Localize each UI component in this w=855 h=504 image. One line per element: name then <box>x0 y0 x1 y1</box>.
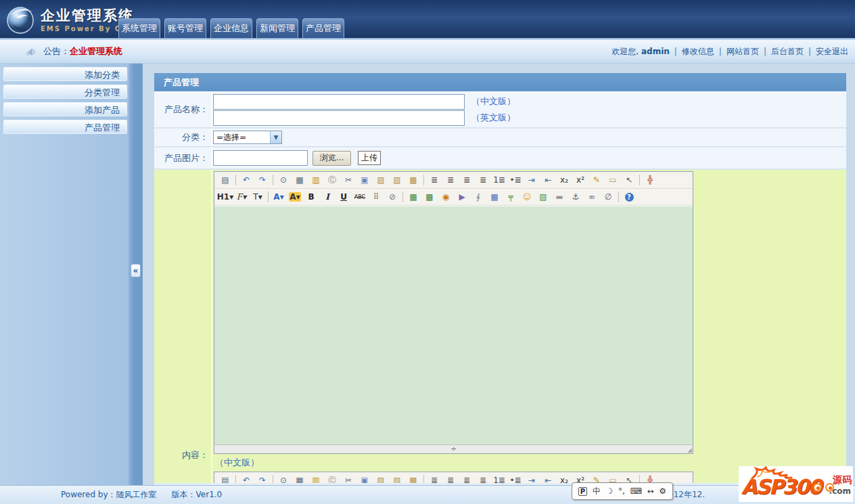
strikethrough-icon[interactable]: ABC <box>352 190 368 204</box>
fullscreen-icon[interactable]: ╬ <box>642 474 658 484</box>
ime-toolbox-icon[interactable]: ↔ <box>647 483 654 499</box>
print-icon[interactable]: ▦ <box>292 173 308 187</box>
help-icon[interactable]: ? <box>621 190 637 204</box>
ordered-list-icon[interactable]: 1≣ <box>491 173 507 187</box>
print-icon[interactable]: ▦ <box>292 474 308 484</box>
copy-icon[interactable]: ▣ <box>356 474 373 484</box>
ime-halfwidth-icon[interactable]: ☽ <box>606 483 614 499</box>
attachment-icon[interactable]: ∮ <box>470 190 486 204</box>
ordered-list-icon[interactable]: 1≣ <box>491 474 507 484</box>
ime-lang-icon[interactable]: 中 <box>593 483 601 499</box>
outdent-icon[interactable]: ⇤ <box>540 173 556 187</box>
picture-icon[interactable]: ▧ <box>535 190 551 204</box>
highlight-color-dropdown[interactable]: A▾ <box>287 190 303 204</box>
subscript-icon[interactable]: x₂ <box>556 474 572 484</box>
product-image-input[interactable] <box>213 150 308 166</box>
italic-icon[interactable]: I <box>319 190 336 204</box>
media-icon[interactable]: ▶ <box>454 190 470 204</box>
nav-tab-1[interactable]: 系统管理 <box>118 18 160 38</box>
indent-icon[interactable]: ⇥ <box>524 173 540 187</box>
user-link-1[interactable]: 修改信息 <box>682 47 714 56</box>
heading-dropdown[interactable]: H1▾ <box>217 190 233 204</box>
sidebar-item-3[interactable]: 添加产品 <box>3 102 127 116</box>
note-icon[interactable]: ▭ <box>605 474 621 484</box>
select-all-icon[interactable]: ↖ <box>621 173 637 187</box>
font-color-dropdown[interactable]: A▾ <box>271 190 287 204</box>
paste-word-icon[interactable]: ▩ <box>405 173 421 187</box>
superscript-icon[interactable]: x² <box>572 173 588 187</box>
product-name-cn-input[interactable] <box>213 94 465 110</box>
remove-format-icon[interactable]: ⊘ <box>384 190 400 204</box>
align-right-icon[interactable]: ≣ <box>459 474 475 484</box>
sidebar-item-1[interactable]: 添加分类 <box>3 67 127 81</box>
bold-icon[interactable]: B <box>303 190 319 204</box>
outdent-icon[interactable]: ⇤ <box>540 474 556 484</box>
note-icon[interactable]: ▭ <box>605 173 621 187</box>
editor-corner-grip[interactable]: ◢ <box>687 446 692 453</box>
nav-tab-4[interactable]: 新闻管理 <box>256 18 298 38</box>
undo-icon[interactable]: ↶ <box>238 474 254 484</box>
format-brush-icon[interactable]: ✎ <box>588 173 605 187</box>
align-justify-icon[interactable]: ≣ <box>475 474 491 484</box>
align-center-icon[interactable]: ≣ <box>442 474 459 484</box>
emoticon-icon[interactable]: ☺ <box>519 190 535 204</box>
horizontal-rule-icon[interactable]: ╤ <box>503 190 519 204</box>
align-justify-icon[interactable]: ≣ <box>475 173 491 187</box>
unlink-icon[interactable]: ∅ <box>600 190 616 204</box>
table-icon[interactable]: ▦ <box>486 190 503 204</box>
ime-keyboard-icon[interactable]: ⌨ <box>630 483 642 499</box>
unordered-list-icon[interactable]: •≣ <box>507 474 524 484</box>
category-select[interactable]: =选择= ▼ <box>213 131 282 144</box>
source-icon[interactable]: ▤ <box>217 474 233 484</box>
paste-icon[interactable]: ▨ <box>373 474 389 484</box>
insert-images-icon[interactable]: ▩ <box>421 190 438 204</box>
format-brush-icon[interactable]: ✎ <box>588 474 605 484</box>
align-left-icon[interactable]: ≣ <box>426 173 442 187</box>
paste-icon[interactable]: ▨ <box>373 173 389 187</box>
font-size-dropdown[interactable]: T▾ <box>250 190 266 204</box>
copy-icon[interactable]: ▣ <box>356 173 373 187</box>
page-break-icon[interactable]: ▬ <box>551 190 568 204</box>
editor-content-area[interactable] <box>214 206 693 444</box>
anchor-icon[interactable]: ⚓ <box>568 190 584 204</box>
font-family-dropdown[interactable]: F▾ <box>233 190 250 204</box>
flash-icon[interactable]: ◉ <box>438 190 454 204</box>
unordered-list-icon[interactable]: •≣ <box>507 173 524 187</box>
superscript-icon[interactable]: x² <box>572 474 588 484</box>
editor-resize-handle[interactable]: ÷ <box>450 444 457 453</box>
align-right-icon[interactable]: ≣ <box>459 173 475 187</box>
preview-icon[interactable]: ⊙ <box>275 173 292 187</box>
borders-icon[interactable]: ⠿ <box>368 190 384 204</box>
align-center-icon[interactable]: ≣ <box>442 173 459 187</box>
undo-icon[interactable]: ↶ <box>238 173 254 187</box>
browse-button[interactable]: 浏览... <box>313 151 351 166</box>
redo-icon[interactable]: ↷ <box>254 173 271 187</box>
word-cleanup-icon[interactable]: Ⓒ <box>324 173 340 187</box>
product-name-en-input[interactable] <box>213 110 465 126</box>
paste-word-icon[interactable]: ▩ <box>405 474 421 484</box>
redo-icon[interactable]: ↷ <box>254 474 271 484</box>
ime-logo-icon[interactable]: P <box>578 487 587 496</box>
user-link-4[interactable]: 安全退出 <box>816 47 848 56</box>
cut-icon[interactable]: ✂ <box>340 173 356 187</box>
upload-button[interactable]: 上传 <box>358 151 381 165</box>
sidebar-collapse-button[interactable]: « <box>131 264 141 277</box>
select-all-icon[interactable]: ↖ <box>621 474 637 484</box>
ime-settings-icon[interactable]: ⚙ <box>659 483 666 499</box>
doc-properties-icon[interactable]: ▥ <box>308 474 324 484</box>
doc-properties-icon[interactable]: ▥ <box>308 173 324 187</box>
subscript-icon[interactable]: x₂ <box>556 173 572 187</box>
preview-icon[interactable]: ⊙ <box>275 474 292 484</box>
ime-punctuation-icon[interactable]: °, <box>618 483 625 499</box>
insert-image-icon[interactable]: ▦ <box>405 190 421 204</box>
source-icon[interactable]: ▤ <box>217 173 233 187</box>
underline-icon[interactable]: U <box>336 190 352 204</box>
indent-icon[interactable]: ⇥ <box>524 474 540 484</box>
align-left-icon[interactable]: ≣ <box>426 474 442 484</box>
link-icon[interactable]: ∞ <box>584 190 600 204</box>
nav-tab-5[interactable]: 产品管理 <box>302 18 344 38</box>
paste-text-icon[interactable]: ▧ <box>389 173 405 187</box>
user-link-3[interactable]: 后台首页 <box>771 47 804 56</box>
fullscreen-icon[interactable]: ╬ <box>642 173 658 187</box>
user-link-2[interactable]: 网站首页 <box>726 47 759 56</box>
